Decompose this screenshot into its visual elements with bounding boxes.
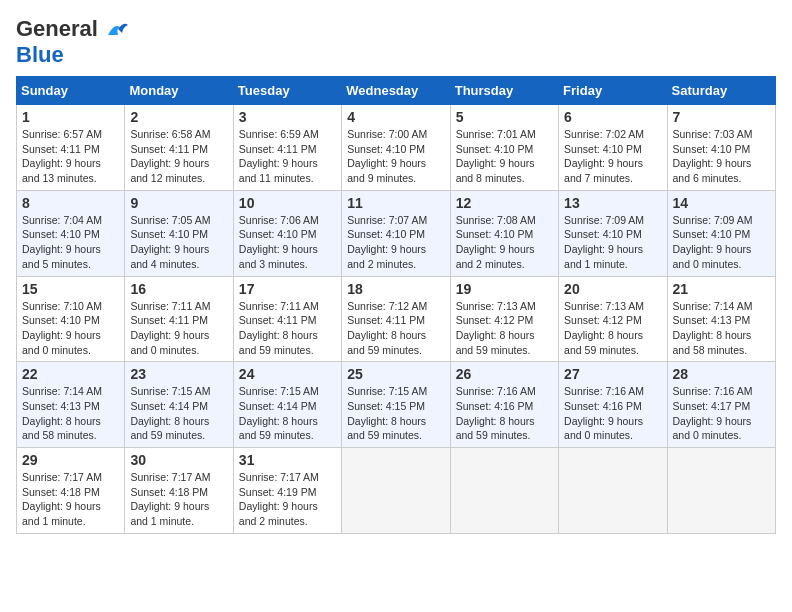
weekday-header-monday: Monday <box>125 77 233 105</box>
weekday-header-wednesday: Wednesday <box>342 77 450 105</box>
day-number: 26 <box>456 366 553 382</box>
cell-info: Sunrise: 7:09 AMSunset: 4:10 PMDaylight:… <box>673 213 770 272</box>
week-row-5: 29Sunrise: 7:17 AMSunset: 4:18 PMDayligh… <box>17 448 776 534</box>
calendar-cell: 18Sunrise: 7:12 AMSunset: 4:11 PMDayligh… <box>342 276 450 362</box>
day-number: 4 <box>347 109 444 125</box>
day-number: 31 <box>239 452 336 468</box>
calendar-cell: 22Sunrise: 7:14 AMSunset: 4:13 PMDayligh… <box>17 362 125 448</box>
week-row-1: 1Sunrise: 6:57 AMSunset: 4:11 PMDaylight… <box>17 105 776 191</box>
calendar-cell: 24Sunrise: 7:15 AMSunset: 4:14 PMDayligh… <box>233 362 341 448</box>
day-number: 18 <box>347 281 444 297</box>
day-number: 12 <box>456 195 553 211</box>
day-number: 7 <box>673 109 770 125</box>
cell-info: Sunrise: 7:14 AMSunset: 4:13 PMDaylight:… <box>673 299 770 358</box>
day-number: 14 <box>673 195 770 211</box>
week-row-4: 22Sunrise: 7:14 AMSunset: 4:13 PMDayligh… <box>17 362 776 448</box>
cell-info: Sunrise: 6:58 AMSunset: 4:11 PMDaylight:… <box>130 127 227 186</box>
calendar-cell <box>559 448 667 534</box>
calendar-cell: 4Sunrise: 7:00 AMSunset: 4:10 PMDaylight… <box>342 105 450 191</box>
calendar-cell: 14Sunrise: 7:09 AMSunset: 4:10 PMDayligh… <box>667 190 775 276</box>
cell-info: Sunrise: 7:01 AMSunset: 4:10 PMDaylight:… <box>456 127 553 186</box>
cell-info: Sunrise: 7:17 AMSunset: 4:18 PMDaylight:… <box>22 470 119 529</box>
calendar-cell: 6Sunrise: 7:02 AMSunset: 4:10 PMDaylight… <box>559 105 667 191</box>
day-number: 6 <box>564 109 661 125</box>
calendar-cell: 10Sunrise: 7:06 AMSunset: 4:10 PMDayligh… <box>233 190 341 276</box>
day-number: 15 <box>22 281 119 297</box>
cell-info: Sunrise: 7:02 AMSunset: 4:10 PMDaylight:… <box>564 127 661 186</box>
cell-info: Sunrise: 7:17 AMSunset: 4:19 PMDaylight:… <box>239 470 336 529</box>
day-number: 13 <box>564 195 661 211</box>
calendar-cell: 30Sunrise: 7:17 AMSunset: 4:18 PMDayligh… <box>125 448 233 534</box>
cell-info: Sunrise: 7:11 AMSunset: 4:11 PMDaylight:… <box>130 299 227 358</box>
logo: General Blue <box>16 16 128 68</box>
calendar-cell: 17Sunrise: 7:11 AMSunset: 4:11 PMDayligh… <box>233 276 341 362</box>
calendar-cell: 12Sunrise: 7:08 AMSunset: 4:10 PMDayligh… <box>450 190 558 276</box>
calendar-cell: 2Sunrise: 6:58 AMSunset: 4:11 PMDaylight… <box>125 105 233 191</box>
day-number: 20 <box>564 281 661 297</box>
day-number: 10 <box>239 195 336 211</box>
day-number: 19 <box>456 281 553 297</box>
cell-info: Sunrise: 7:13 AMSunset: 4:12 PMDaylight:… <box>564 299 661 358</box>
cell-info: Sunrise: 6:59 AMSunset: 4:11 PMDaylight:… <box>239 127 336 186</box>
header: General Blue <box>16 16 776 68</box>
day-number: 25 <box>347 366 444 382</box>
calendar-cell: 8Sunrise: 7:04 AMSunset: 4:10 PMDaylight… <box>17 190 125 276</box>
day-number: 8 <box>22 195 119 211</box>
calendar-cell: 23Sunrise: 7:15 AMSunset: 4:14 PMDayligh… <box>125 362 233 448</box>
calendar-cell: 11Sunrise: 7:07 AMSunset: 4:10 PMDayligh… <box>342 190 450 276</box>
cell-info: Sunrise: 7:00 AMSunset: 4:10 PMDaylight:… <box>347 127 444 186</box>
calendar-cell: 15Sunrise: 7:10 AMSunset: 4:10 PMDayligh… <box>17 276 125 362</box>
weekday-header-sunday: Sunday <box>17 77 125 105</box>
day-number: 22 <box>22 366 119 382</box>
cell-info: Sunrise: 7:15 AMSunset: 4:14 PMDaylight:… <box>239 384 336 443</box>
day-number: 11 <box>347 195 444 211</box>
cell-info: Sunrise: 7:07 AMSunset: 4:10 PMDaylight:… <box>347 213 444 272</box>
calendar-cell: 1Sunrise: 6:57 AMSunset: 4:11 PMDaylight… <box>17 105 125 191</box>
day-number: 5 <box>456 109 553 125</box>
calendar-cell: 20Sunrise: 7:13 AMSunset: 4:12 PMDayligh… <box>559 276 667 362</box>
cell-info: Sunrise: 7:03 AMSunset: 4:10 PMDaylight:… <box>673 127 770 186</box>
cell-info: Sunrise: 6:57 AMSunset: 4:11 PMDaylight:… <box>22 127 119 186</box>
calendar-cell: 21Sunrise: 7:14 AMSunset: 4:13 PMDayligh… <box>667 276 775 362</box>
cell-info: Sunrise: 7:17 AMSunset: 4:18 PMDaylight:… <box>130 470 227 529</box>
cell-info: Sunrise: 7:15 AMSunset: 4:15 PMDaylight:… <box>347 384 444 443</box>
cell-info: Sunrise: 7:12 AMSunset: 4:11 PMDaylight:… <box>347 299 444 358</box>
calendar-cell: 5Sunrise: 7:01 AMSunset: 4:10 PMDaylight… <box>450 105 558 191</box>
weekday-header-saturday: Saturday <box>667 77 775 105</box>
day-number: 9 <box>130 195 227 211</box>
calendar-cell: 31Sunrise: 7:17 AMSunset: 4:19 PMDayligh… <box>233 448 341 534</box>
cell-info: Sunrise: 7:09 AMSunset: 4:10 PMDaylight:… <box>564 213 661 272</box>
week-row-2: 8Sunrise: 7:04 AMSunset: 4:10 PMDaylight… <box>17 190 776 276</box>
calendar-cell: 28Sunrise: 7:16 AMSunset: 4:17 PMDayligh… <box>667 362 775 448</box>
cell-info: Sunrise: 7:16 AMSunset: 4:16 PMDaylight:… <box>456 384 553 443</box>
week-row-3: 15Sunrise: 7:10 AMSunset: 4:10 PMDayligh… <box>17 276 776 362</box>
calendar: SundayMondayTuesdayWednesdayThursdayFrid… <box>16 76 776 534</box>
calendar-cell: 7Sunrise: 7:03 AMSunset: 4:10 PMDaylight… <box>667 105 775 191</box>
cell-info: Sunrise: 7:05 AMSunset: 4:10 PMDaylight:… <box>130 213 227 272</box>
calendar-cell: 16Sunrise: 7:11 AMSunset: 4:11 PMDayligh… <box>125 276 233 362</box>
calendar-cell: 27Sunrise: 7:16 AMSunset: 4:16 PMDayligh… <box>559 362 667 448</box>
calendar-cell <box>342 448 450 534</box>
day-number: 17 <box>239 281 336 297</box>
cell-info: Sunrise: 7:14 AMSunset: 4:13 PMDaylight:… <box>22 384 119 443</box>
day-number: 16 <box>130 281 227 297</box>
cell-info: Sunrise: 7:15 AMSunset: 4:14 PMDaylight:… <box>130 384 227 443</box>
cell-info: Sunrise: 7:11 AMSunset: 4:11 PMDaylight:… <box>239 299 336 358</box>
cell-info: Sunrise: 7:10 AMSunset: 4:10 PMDaylight:… <box>22 299 119 358</box>
weekday-header-friday: Friday <box>559 77 667 105</box>
cell-info: Sunrise: 7:04 AMSunset: 4:10 PMDaylight:… <box>22 213 119 272</box>
day-number: 24 <box>239 366 336 382</box>
day-number: 1 <box>22 109 119 125</box>
cell-info: Sunrise: 7:06 AMSunset: 4:10 PMDaylight:… <box>239 213 336 272</box>
calendar-cell: 13Sunrise: 7:09 AMSunset: 4:10 PMDayligh… <box>559 190 667 276</box>
calendar-cell: 26Sunrise: 7:16 AMSunset: 4:16 PMDayligh… <box>450 362 558 448</box>
weekday-header-tuesday: Tuesday <box>233 77 341 105</box>
calendar-cell <box>450 448 558 534</box>
logo-text: General <box>16 16 128 42</box>
cell-info: Sunrise: 7:08 AMSunset: 4:10 PMDaylight:… <box>456 213 553 272</box>
weekday-header-row: SundayMondayTuesdayWednesdayThursdayFrid… <box>17 77 776 105</box>
day-number: 21 <box>673 281 770 297</box>
calendar-cell: 29Sunrise: 7:17 AMSunset: 4:18 PMDayligh… <box>17 448 125 534</box>
day-number: 23 <box>130 366 227 382</box>
calendar-cell: 9Sunrise: 7:05 AMSunset: 4:10 PMDaylight… <box>125 190 233 276</box>
